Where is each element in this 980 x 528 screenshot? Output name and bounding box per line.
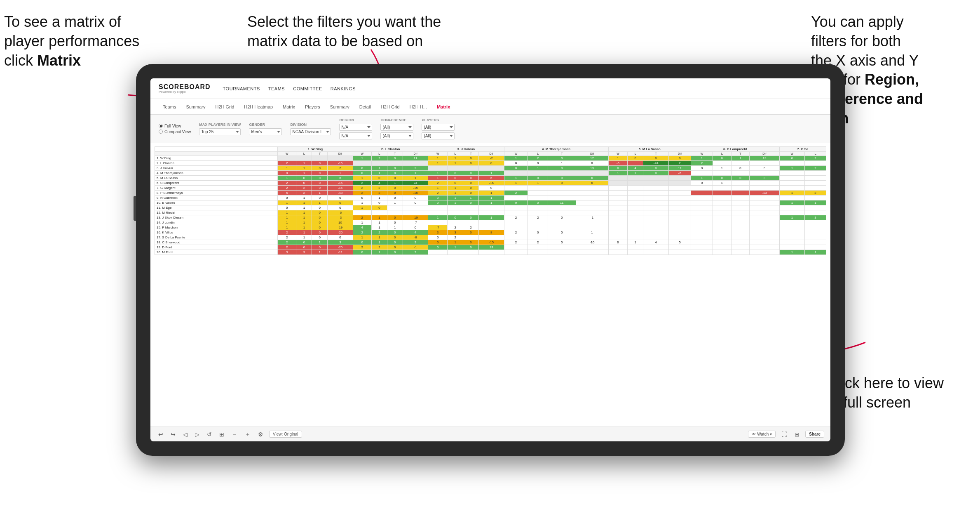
- tab-detail[interactable]: Detail: [355, 103, 375, 111]
- share-button[interactable]: Share: [805, 431, 824, 438]
- division-select[interactable]: NCAA Division I NCAA Division II NCAA Di…: [290, 128, 331, 135]
- matrix-table: 1. W Ding 2. L Clanton 3. J Koivun 4. M …: [155, 146, 826, 255]
- conference-label: Conference: [380, 118, 413, 122]
- app-header: SCOREBOARD Powered by clippd TOURNAMENTS…: [150, 78, 830, 99]
- table-row: 15. P Maichon 110-19 4110 -722: [155, 225, 826, 230]
- gender-label: Gender: [249, 123, 282, 127]
- radio-full-view[interactable]: Full View: [159, 124, 191, 128]
- division-label: Division: [290, 123, 331, 127]
- table-row: 12. M Riedel 110-6: [155, 210, 826, 215]
- tab-h2h-grid2[interactable]: H2H Grid: [377, 103, 404, 111]
- col-header-5: 5. M La Sasso: [608, 147, 691, 152]
- filters-bar: Full View Compact View Max players in vi…: [150, 115, 830, 143]
- nav-rankings[interactable]: RANKINGS: [331, 85, 356, 93]
- table-row: 5. M La Sasso 1006 1001 1006 1006 1003: [155, 176, 826, 181]
- forward-button[interactable]: ▷: [193, 430, 201, 438]
- tab-teams[interactable]: Teams: [159, 103, 180, 111]
- undo-button[interactable]: ↩: [157, 430, 165, 438]
- tab-h2h-grid[interactable]: H2H Grid: [211, 103, 238, 111]
- radio-compact-view[interactable]: Compact View: [159, 130, 191, 134]
- view-original-label[interactable]: View: Original: [269, 431, 302, 438]
- table-row: 3. J Koivun 1102 0102 01013 04011 0103 1…: [155, 166, 826, 171]
- table-row: 16. K Vilips 210-25 2204 3308 2051: [155, 230, 826, 235]
- nav-tournaments[interactable]: TOURNAMENTS: [223, 85, 260, 93]
- watch-button[interactable]: 👁 Watch ▾: [748, 431, 776, 438]
- zoom-minus[interactable]: －: [230, 430, 239, 439]
- max-players-label: Max players in view: [199, 123, 241, 127]
- table-row: 8. P Summerhays 521-48 220-16 2101 2 -13…: [155, 191, 826, 196]
- tab-players-summary[interactable]: Summary: [326, 103, 354, 111]
- table-row: 20. M Ford 331-11 0107 11: [155, 250, 826, 255]
- annotation-topleft: To see a matrix of player performances c…: [4, 12, 161, 70]
- table-row: 7. G Sargent 220-16 220-15 1100: [155, 186, 826, 191]
- conference-filter: Conference (All) (All): [380, 118, 413, 139]
- tab-matrix[interactable]: Matrix: [279, 103, 299, 111]
- table-row: 18. C Sherwood 2013 0103 010-15 220-10 0…: [155, 240, 826, 245]
- table-row: 2. L Clanton 210-16 1100 0010 -6-242 2: [155, 161, 826, 166]
- table-row: 14. J Lundin 11010 110-7: [155, 220, 826, 225]
- tab-summary[interactable]: Summary: [182, 103, 209, 111]
- col-header-7: 7. G Sa: [779, 147, 826, 152]
- col-header-2: 2. L Clanton: [353, 147, 428, 152]
- watch-chevron: ▾: [770, 432, 772, 436]
- nav-teams[interactable]: TEAMS: [268, 85, 285, 93]
- app-logo-sub: Powered by clippd: [159, 90, 211, 94]
- annotation-bottomright: Click here to view in full screen: [828, 374, 968, 412]
- tablet-screen: SCOREBOARD Powered by clippd TOURNAMENTS…: [150, 78, 830, 441]
- players-label: Players: [422, 118, 455, 122]
- matrix-container: 1. W Ding 2. L Clanton 3. J Koivun 4. M …: [150, 143, 830, 427]
- bottom-toolbar: ↩ ↪ ◁ ▷ ↺ ⊞ － ＋ ⚙ View: Original 👁 Watch…: [150, 427, 830, 441]
- corner-cell: [155, 147, 278, 152]
- tab-players[interactable]: Players: [301, 103, 324, 111]
- region-filter: Region N/A N/A: [339, 118, 372, 139]
- col-header-3: 3. J Koivun: [428, 147, 504, 152]
- sub-nav: Teams Summary H2H Grid H2H Heatmap Matri…: [150, 99, 830, 115]
- max-players-select[interactable]: Top 25 Top 10 Top 50: [199, 128, 241, 135]
- region-y-select[interactable]: N/A: [339, 132, 372, 139]
- region-label: Region: [339, 118, 372, 122]
- back-button[interactable]: ◁: [181, 430, 189, 438]
- table-row: 10. B Valdes 1110 1010 0101 0011 11: [155, 200, 826, 205]
- col-header-4: 4. M Thorbjornsen: [504, 147, 608, 152]
- logo-area: SCOREBOARD Powered by clippd: [159, 84, 211, 94]
- tab-h2hh[interactable]: H2H H...: [406, 103, 431, 111]
- division-filter: Division NCAA Division I NCAA Division I…: [290, 123, 331, 135]
- zoom-plus[interactable]: ＋: [243, 430, 252, 439]
- view-toggle: Full View Compact View: [159, 124, 191, 134]
- table-row: 6. C Lamprecht 200-16 24124 200-16 1106 …: [155, 181, 826, 186]
- table-row: 19. D Ford 200-20 220-1 01013: [155, 245, 826, 250]
- gender-select[interactable]: Men's Women's: [249, 128, 282, 135]
- table-row: 17. S De La Fuente 2100 110-8 02: [155, 235, 826, 240]
- grid-icon[interactable]: ⊞: [793, 430, 801, 438]
- redo-button[interactable]: ↪: [169, 430, 177, 438]
- conference-x-select[interactable]: (All): [380, 124, 413, 131]
- players-filter: Players (All) (All): [422, 118, 455, 139]
- tab-h2h-heatmap[interactable]: H2H Heatmap: [240, 103, 277, 111]
- max-players-filter: Max players in view Top 25 Top 10 Top 50: [199, 123, 241, 135]
- tablet-side-button: [134, 196, 136, 221]
- main-nav: TOURNAMENTS TEAMS COMMITTEE RANKINGS: [223, 85, 356, 93]
- region-x-select[interactable]: N/A: [339, 124, 372, 131]
- players-y-select[interactable]: (All): [422, 132, 455, 139]
- table-row: 9. N Gabrelcik 0100 0100 0111: [155, 196, 826, 200]
- watch-icon: 👁: [752, 432, 756, 436]
- tab-matrix-active[interactable]: Matrix: [433, 103, 454, 111]
- radio-compact-dot: [159, 130, 163, 134]
- table-row: 1. W Ding 12011 110-2 12017 1000 10113 0…: [155, 156, 826, 161]
- players-x-select[interactable]: (All): [422, 124, 455, 131]
- fullscreen-icon[interactable]: ⛶: [780, 430, 789, 438]
- app-logo: SCOREBOARD: [159, 84, 211, 90]
- share-icon[interactable]: ⊞: [218, 430, 226, 438]
- tablet: SCOREBOARD Powered by clippd TOURNAMENTS…: [136, 64, 845, 456]
- settings-button[interactable]: ⚙: [256, 430, 265, 438]
- conference-y-select[interactable]: (All): [380, 132, 413, 139]
- table-row: 13. J Skov Olesen 110-3 210-19 1001 220-…: [155, 215, 826, 220]
- table-row: 11. M Ege 0100 10: [155, 205, 826, 210]
- nav-committee[interactable]: COMMITTEE: [293, 85, 322, 93]
- gender-filter: Gender Men's Women's: [249, 123, 282, 135]
- annotation-topmid: Select the filters you want the matrix d…: [247, 12, 462, 51]
- radio-full-dot: [159, 124, 163, 128]
- col-header-6: 6. C Lamprecht: [691, 147, 779, 152]
- col-header-1: 1. W Ding: [278, 147, 353, 152]
- refresh-button[interactable]: ↺: [205, 430, 213, 438]
